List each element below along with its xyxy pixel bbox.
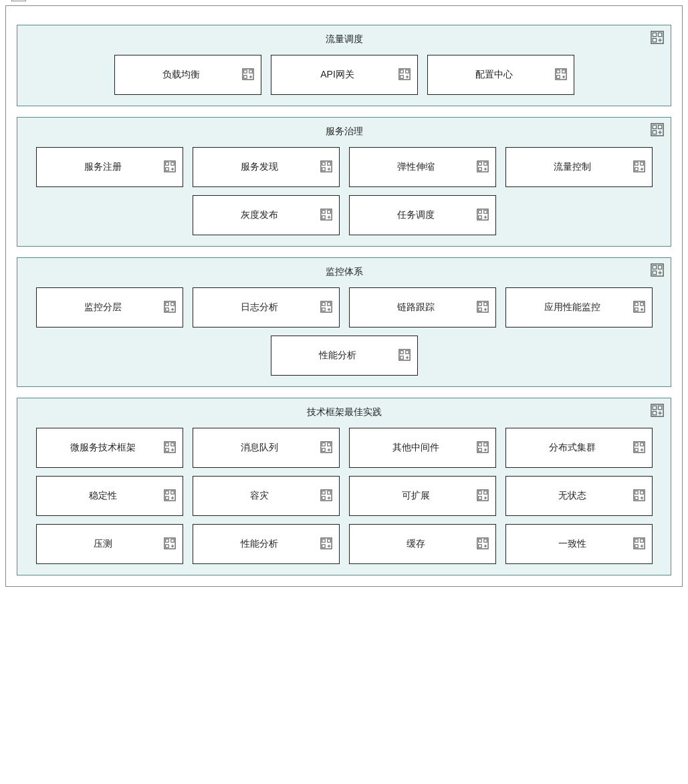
card-icon-service-0-3[interactable] [633, 160, 645, 174]
section-monitor-expand-icon[interactable] [651, 263, 664, 277]
card-icon-best-practice-2-3[interactable] [633, 537, 645, 551]
card-label-traffic-0-0: 负载均衡 [124, 69, 238, 81]
card-best-practice-1-3[interactable]: 无状态 [505, 476, 653, 516]
card-icon-best-practice-0-1[interactable] [320, 441, 332, 455]
card-icon-monitor-0-3[interactable] [633, 301, 645, 315]
section-best-practice-expand-icon[interactable] [651, 404, 664, 417]
section-service-title: 服务治理 [28, 126, 660, 138]
card-best-practice-2-2[interactable]: 缓存 [349, 524, 496, 564]
section-monitor-row-1: 性能分析 [28, 336, 660, 376]
svg-rect-60 [320, 209, 331, 219]
card-service-0-2[interactable]: 弹性伸缩 [349, 147, 496, 187]
svg-rect-140 [170, 491, 173, 494]
card-best-practice-2-0[interactable]: 压测 [36, 524, 183, 564]
card-traffic-0-1[interactable]: API网关 [271, 55, 418, 95]
card-label-monitor-0-0: 监控分层 [46, 301, 160, 313]
svg-rect-73 [653, 265, 656, 269]
svg-rect-86 [327, 302, 330, 305]
card-monitor-0-2[interactable]: 链路跟踪 [349, 287, 496, 328]
card-label-best-practice-1-2: 可扩展 [359, 490, 473, 502]
svg-rect-145 [322, 491, 325, 494]
card-best-practice-0-0[interactable]: 微服务技术框架 [36, 428, 183, 468]
svg-rect-49 [478, 162, 481, 165]
card-icon-best-practice-1-2[interactable] [477, 489, 489, 503]
card-icon-best-practice-1-0[interactable] [164, 489, 176, 503]
svg-rect-182 [640, 539, 643, 542]
svg-rect-12 [242, 68, 253, 79]
card-best-practice-1-2[interactable]: 可扩展 [349, 476, 496, 516]
card-service-0-1[interactable]: 服务发现 [193, 147, 340, 187]
card-icon-monitor-1-0[interactable] [398, 349, 411, 363]
card-icon-best-practice-2-0[interactable] [164, 537, 176, 551]
card-label-best-practice-1-3: 无状态 [515, 490, 629, 502]
svg-rect-159 [635, 496, 638, 499]
card-icon-service-0-2[interactable] [477, 160, 489, 174]
svg-rect-127 [478, 442, 481, 446]
card-icon-best-practice-0-2[interactable] [477, 441, 489, 455]
card-traffic-0-0[interactable]: 负载均衡 [114, 55, 261, 95]
svg-rect-85 [322, 302, 325, 305]
card-icon-best-practice-2-2[interactable] [477, 537, 489, 551]
card-best-practice-0-1[interactable]: 消息队列 [193, 428, 340, 468]
card-icon-service-0-1[interactable] [320, 160, 332, 174]
card-monitor-0-0[interactable]: 监控分层 [36, 287, 183, 328]
card-best-practice-1-0[interactable]: 稳定性 [36, 476, 183, 516]
page-title [11, 0, 26, 1]
card-service-0-3[interactable]: 流量控制 [505, 147, 653, 187]
svg-rect-62 [327, 210, 330, 213]
card-best-practice-2-1[interactable]: 性能分析 [193, 524, 340, 564]
card-icon-best-practice-0-0[interactable] [164, 441, 176, 455]
section-best-practice-row-2: 压测 性能分析 缓存 一致性 [28, 524, 660, 564]
card-service-1-1[interactable]: 任务调度 [349, 195, 496, 235]
card-best-practice-1-1[interactable]: 容灾 [193, 476, 340, 516]
svg-rect-117 [165, 448, 168, 451]
card-service-0-0[interactable]: 服务注册 [36, 147, 183, 187]
section-service-expand-icon[interactable] [651, 123, 664, 136]
card-best-practice-2-3[interactable]: 一致性 [505, 524, 653, 564]
svg-rect-55 [635, 162, 638, 165]
svg-rect-36 [164, 160, 175, 171]
svg-rect-32 [658, 125, 661, 128]
card-icon-traffic-0-0[interactable] [242, 68, 254, 82]
card-icon-traffic-0-1[interactable] [398, 68, 411, 82]
card-monitor-0-3[interactable]: 应用性能监控 [505, 287, 653, 328]
card-icon-best-practice-1-3[interactable] [633, 489, 645, 503]
svg-rect-39 [165, 167, 168, 170]
svg-rect-171 [322, 544, 325, 547]
card-icon-monitor-0-2[interactable] [477, 301, 489, 315]
svg-rect-19 [400, 70, 403, 73]
svg-rect-181 [635, 539, 638, 542]
svg-rect-109 [653, 406, 656, 409]
card-icon-traffic-0-2[interactable] [555, 68, 567, 82]
card-best-practice-0-2[interactable]: 其他中间件 [349, 428, 496, 468]
svg-rect-7 [653, 33, 656, 36]
svg-rect-133 [635, 442, 638, 446]
card-label-best-practice-0-2: 其他中间件 [359, 442, 473, 454]
section-traffic-expand-icon[interactable] [651, 31, 664, 44]
svg-rect-74 [658, 265, 661, 269]
svg-rect-14 [249, 70, 252, 73]
section-service: 服务治理服务注册 服务发现 弹性伸缩 流量控制 灰度发布 任务调度 [17, 117, 671, 247]
svg-rect-163 [165, 539, 168, 542]
svg-rect-33 [653, 130, 656, 134]
card-service-1-0[interactable]: 灰度发布 [193, 195, 340, 235]
card-label-service-0-3: 流量控制 [515, 161, 629, 173]
svg-rect-99 [635, 307, 638, 311]
card-icon-best-practice-0-3[interactable] [633, 441, 645, 455]
card-icon-best-practice-2-1[interactable] [320, 537, 332, 551]
page-content: 流量调度负载均衡 API网关 配置中心 服务治理服务注册 服务发现 [6, 11, 682, 586]
card-traffic-0-2[interactable]: 配置中心 [427, 55, 574, 95]
card-icon-service-0-0[interactable] [164, 160, 176, 174]
card-icon-monitor-0-0[interactable] [164, 301, 176, 315]
card-monitor-0-1[interactable]: 日志分析 [193, 287, 340, 328]
card-icon-best-practice-1-1[interactable] [320, 489, 332, 503]
svg-rect-104 [405, 350, 409, 354]
card-icon-service-1-0[interactable] [320, 209, 332, 223]
card-icon-monitor-0-1[interactable] [320, 301, 332, 315]
svg-rect-87 [322, 307, 325, 311]
card-best-practice-0-3[interactable]: 分布式集群 [505, 428, 653, 468]
svg-rect-111 [653, 411, 656, 414]
card-monitor-1-0[interactable]: 性能分析 [271, 336, 418, 376]
svg-rect-80 [170, 302, 173, 305]
card-icon-service-1-1[interactable] [477, 209, 489, 223]
